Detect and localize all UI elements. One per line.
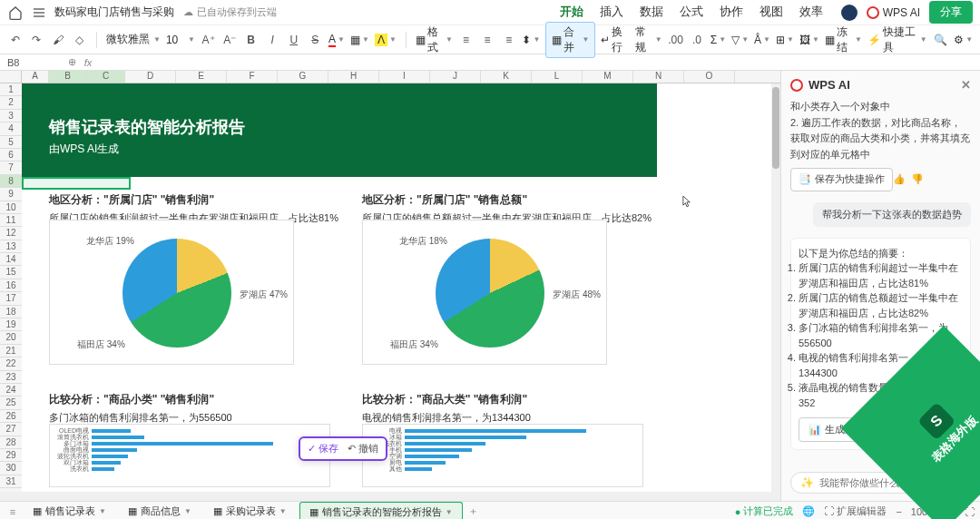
add-sheet-icon[interactable]: ＋ [466,504,481,518]
col-header[interactable]: F [227,71,278,83]
bold-icon[interactable]: B [243,31,260,49]
row-header[interactable]: 23 [0,371,22,384]
row-header[interactable]: 18 [0,306,22,318]
merge-button[interactable]: ▦ 合并▼ [545,22,595,58]
border-select[interactable]: ▦▼ [350,34,369,46]
popup-undo-button[interactable]: ↶ 撤销 [348,442,378,455]
col-header[interactable]: E [176,71,227,83]
pie-chart-profit[interactable]: 龙华店 19% 罗湖店 47% 福田店 34% [49,220,294,365]
row-header[interactable]: 29 [0,449,22,462]
sort-select[interactable]: Å▼ [754,34,770,46]
underline-icon[interactable]: U [286,31,302,49]
row-header[interactable]: 19 [0,318,22,331]
redo-icon[interactable]: ↷ [29,31,45,49]
row-header[interactable]: 16 [0,279,22,292]
valign-select[interactable]: ⬍▼ [522,34,540,46]
quick-save-button[interactable]: 📑 保存为快捷操作 [790,168,893,191]
col-header[interactable]: H [328,71,379,83]
bar-chart-small[interactable]: OLED电视滚筒洗衣机多门冰箱曲面电视波轮洗衣机双门冰箱洗衣机 [49,424,330,487]
increase-font-icon[interactable]: A⁺ [201,31,217,49]
font-size-select[interactable]: 10▼ [166,34,195,46]
font-name-select[interactable]: 微软雅黑▼ [106,32,161,47]
row-header[interactable]: 6 [0,149,22,162]
settings-select[interactable]: ⚙▼ [954,34,973,46]
row-header[interactable]: 5 [0,136,22,149]
tab-data[interactable]: 数据 [640,0,663,25]
format-dropdown[interactable]: ▦ 格式▼ [416,24,453,55]
pie-chart-total[interactable]: 龙华店 18% 罗湖店 48% 福田店 34% [362,220,607,365]
row-header[interactable]: 30 [0,462,22,475]
col-header[interactable]: D [125,71,176,83]
row-header[interactable]: 7 [0,162,22,174]
row-header[interactable]: 28 [0,436,22,449]
row-header[interactable]: 1 [0,83,22,96]
vertical-scrollbar[interactable] [771,83,780,492]
search-icon[interactable]: 🔍 [933,31,949,49]
row-header[interactable]: 10 [0,201,22,214]
avatar[interactable] [841,5,858,21]
row-header[interactable]: 24 [0,384,22,397]
align-right-icon[interactable]: ≡ [501,31,517,49]
row-header[interactable]: 31 [0,475,22,488]
row-header[interactable]: 8 [0,175,22,188]
decrease-font-icon[interactable]: A⁻ [221,31,238,49]
popup-save-button[interactable]: ✓ 保存 [308,442,338,455]
sheet-tab-report[interactable]: ▦ 销售记录表的智能分析报告 ▼ [299,502,463,520]
row-header[interactable]: 27 [0,423,22,436]
align-center-icon[interactable]: ≡ [479,31,495,49]
thumbs-down-icon[interactable]: 👎 [911,171,924,188]
close-icon[interactable]: ✕ [961,78,971,92]
col-header[interactable]: K [481,71,532,83]
col-header[interactable]: O [684,71,735,83]
align-left-icon[interactable]: ≡ [458,31,475,49]
sheet-tab-sales[interactable]: ▦ 销售记录表 ▼ [24,502,115,519]
col-header[interactable]: J [430,71,481,83]
row-header[interactable]: 11 [0,214,22,227]
quick-tools-button[interactable]: ⚡ 快捷工具▼ [867,24,927,55]
col-header[interactable]: C [87,71,125,83]
row-header[interactable]: 14 [0,253,22,266]
scrollbar-thumb[interactable] [772,87,779,169]
fill-color-select[interactable]: ⴷ▼ [375,34,397,46]
sheets-menu-icon[interactable]: ≡ [5,506,20,517]
row-col-select[interactable]: ⊞▼ [776,34,794,46]
row-header[interactable]: 17 [0,292,22,305]
select-all-corner[interactable] [0,71,22,83]
sheet-canvas[interactable]: 销售记录表的智能分析报告 由WPS AI生成 地区分析："所属门店" "销售利润… [22,83,780,492]
undo-icon[interactable]: ↶ [7,31,24,49]
tab-formula[interactable]: 公式 [680,0,703,25]
row-header[interactable]: 2 [0,96,22,109]
col-header[interactable]: I [379,71,430,83]
image-select[interactable]: 🖼▼ [799,34,819,46]
row-header[interactable]: 26 [0,410,22,423]
clear-format-icon[interactable]: ◇ [72,31,88,49]
paint-format-icon[interactable]: 🖌 [50,31,66,49]
cell-reference[interactable]: B8 [0,57,64,68]
wrap-button[interactable]: ↵ 换行 [601,24,630,55]
increase-decimal-icon[interactable]: .00 [668,31,684,49]
bar-chart-big[interactable]: 电视冰箱洗衣机手机空调厨电其他 [362,424,643,487]
col-header[interactable]: L [532,71,583,83]
row-header[interactable]: 4 [0,122,22,135]
wps-ai-button[interactable]: WPS AI [867,6,920,19]
tab-collab[interactable]: 协作 [720,0,743,25]
horizontal-scrollbar[interactable] [0,492,780,501]
home-icon[interactable] [7,5,24,21]
freeze-button[interactable]: ▦ 冻结▼ [825,24,862,55]
row-header[interactable]: 22 [0,357,22,370]
col-header[interactable]: G [278,71,328,83]
decrease-decimal-icon[interactable]: .0 [689,31,705,49]
row-header[interactable]: 20 [0,331,22,344]
globe-icon[interactable]: 🌐 [802,505,815,517]
fx-icon[interactable]: fx [80,57,96,68]
row-header[interactable]: 15 [0,266,22,279]
expand-editor[interactable]: ⛶ 扩展编辑器 [824,504,887,518]
number-format-select[interactable]: 常规▼ [635,24,662,55]
col-header[interactable]: N [633,71,684,83]
zoom-out-icon[interactable]: − [896,506,901,517]
tab-efficiency[interactable]: 效率 [799,0,823,25]
italic-icon[interactable]: I [264,31,280,49]
strike-icon[interactable]: S [308,31,324,49]
zoom-icon[interactable]: ⊕ [64,56,80,68]
filter-select[interactable]: ▽▼ [731,34,749,46]
